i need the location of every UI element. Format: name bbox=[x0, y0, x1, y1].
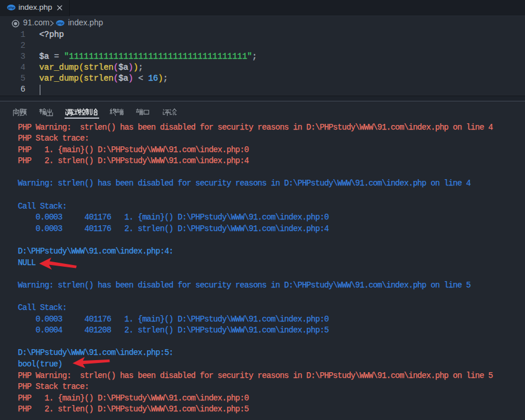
svg-text:php: php bbox=[56, 21, 63, 25]
svg-text:php: php bbox=[7, 6, 14, 9]
